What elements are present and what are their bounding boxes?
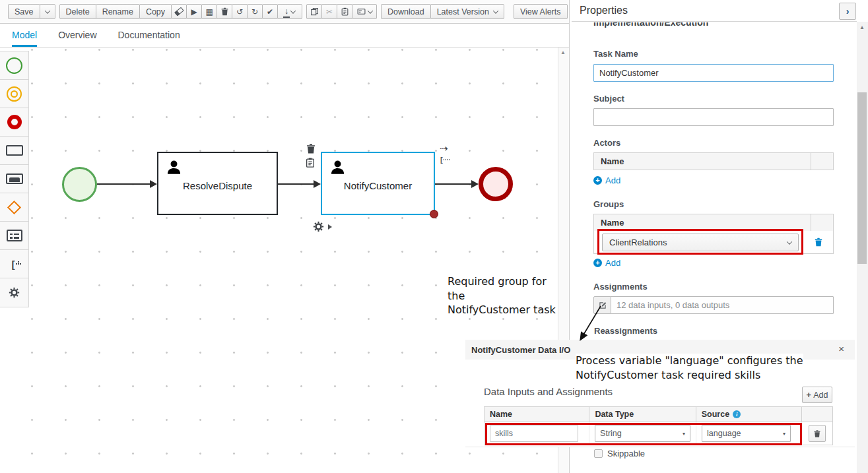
undo-icon: ↺ — [236, 7, 243, 16]
dashed-arrow-icon[interactable]: ⇢ — [440, 142, 448, 154]
scrollbar-thumb[interactable] — [857, 92, 867, 264]
paste-button[interactable] — [337, 4, 352, 19]
palette-text-annotation[interactable]: [ — [0, 250, 28, 278]
task-name-input[interactable] — [593, 64, 834, 82]
subject-label: Subject — [593, 94, 624, 104]
clipboard-button-group: ✂ — [306, 4, 377, 19]
add-group-link[interactable]: + Add — [593, 258, 620, 268]
copy-selection-button[interactable] — [306, 4, 322, 19]
group-select[interactable]: ClientRelations — [602, 234, 799, 251]
properties-title: Properties — [580, 5, 628, 16]
chevron-down-icon — [367, 8, 372, 13]
paste-icon — [341, 7, 349, 16]
selection-anchor-dot[interactable] — [430, 210, 438, 218]
redo-icon: ↻ — [251, 7, 258, 16]
download-button[interactable]: Download — [381, 4, 431, 19]
data-input-name-field[interactable] — [490, 425, 578, 442]
edit-assignments-button[interactable] — [593, 296, 611, 314]
play-small-icon[interactable] — [328, 224, 332, 230]
source-select[interactable]: language ▾ — [702, 425, 791, 442]
plus-circle-icon: + — [593, 259, 602, 267]
copy-icon — [310, 7, 319, 16]
cut-button[interactable]: ✂ — [321, 4, 337, 19]
groups-table-header: Name — [593, 214, 834, 232]
sequence-flow[interactable] — [97, 183, 150, 185]
editor-tabs: Model Overview Documentation — [0, 24, 569, 47]
delete-button[interactable]: Delete — [59, 4, 96, 19]
close-dialog-icon[interactable]: × — [838, 343, 844, 354]
data-inputs-table: Name Data Type Sourcei String ▾ language… — [484, 406, 833, 445]
palette-end-event[interactable] — [0, 108, 28, 137]
save-dropdown-button[interactable] — [40, 4, 55, 19]
info-icon[interactable]: i — [733, 410, 741, 418]
validate-button[interactable]: ✔ — [262, 4, 278, 19]
tab-model[interactable]: Model — [12, 24, 37, 47]
add-group-label: Add — [605, 258, 620, 268]
properties-scrollbar[interactable]: ▲ — [857, 22, 868, 473]
redo-button[interactable]: ↻ — [247, 4, 263, 19]
group-select-value: ClientRelations — [609, 237, 667, 247]
end-event-node[interactable] — [479, 167, 513, 201]
actors-action-column — [811, 153, 833, 170]
palette-gateway[interactable] — [0, 193, 28, 222]
skippable-label: Skippable — [607, 449, 645, 458]
palette-subprocess[interactable] — [0, 165, 28, 193]
palette-start-event[interactable] — [0, 51, 28, 80]
tab-overview[interactable]: Overview — [58, 24, 96, 47]
data-inputs-section-title: Data Inputs and Assignments — [484, 386, 613, 397]
data-type-value: String — [600, 429, 622, 438]
plus-icon: + — [806, 391, 811, 400]
start-event-node[interactable] — [62, 167, 97, 202]
properties-header: Properties — [572, 0, 857, 22]
assignments-summary-input[interactable] — [611, 296, 834, 314]
clear-button[interactable] — [171, 4, 187, 19]
add-data-input-label: Add — [813, 391, 828, 400]
chevron-down-icon — [44, 8, 50, 13]
tab-documentation[interactable]: Documentation — [118, 24, 180, 47]
gears-icon[interactable] — [313, 221, 324, 232]
data-inputs-table-header: Name Data Type Sourcei — [484, 406, 833, 422]
rename-button[interactable]: Rename — [96, 4, 140, 19]
skippable-checkbox[interactable] — [594, 449, 603, 458]
delete-node-icon[interactable] — [306, 143, 316, 154]
assignments-label: Assignments — [593, 282, 648, 292]
text-annotation-icon: [ — [12, 259, 17, 270]
palette-task[interactable] — [0, 137, 28, 165]
task-name-label: Task Name — [593, 49, 638, 59]
actors-label: Actors — [593, 138, 620, 148]
data-type-select[interactable]: String ▾ — [595, 425, 690, 442]
form-icon[interactable] — [305, 157, 316, 168]
collapse-panel-button[interactable]: › — [839, 3, 856, 20]
chevron-down-icon — [290, 8, 296, 13]
play-icon: ▶ — [191, 7, 197, 16]
form-generation-button[interactable] — [352, 4, 377, 19]
sequence-flow[interactable] — [435, 183, 471, 185]
scroll-up-icon[interactable]: ▲ — [859, 24, 865, 30]
task-node-notifycustomer[interactable]: NotifyCustomer — [321, 152, 435, 215]
sequence-flow[interactable] — [278, 183, 314, 185]
delete-data-input-button[interactable] — [809, 425, 826, 442]
undo-button[interactable]: ↺ — [232, 4, 248, 19]
subject-input[interactable] — [593, 108, 834, 126]
palette-service-tasks[interactable] — [0, 278, 28, 307]
copy-button[interactable]: Copy — [139, 4, 172, 19]
task-node-resolvedispute[interactable]: ResolveDispute — [157, 152, 278, 215]
export-button[interactable]: ↓ — [277, 4, 302, 19]
shape-palette: [ — [0, 51, 29, 307]
scroll-up-icon[interactable]: ▲ — [560, 49, 566, 55]
task-label: NotifyCustomer — [344, 180, 412, 191]
save-button[interactable]: Save — [8, 4, 40, 19]
mini-annotation-icon[interactable]: [ — [440, 156, 444, 164]
delete-group-icon[interactable] — [814, 237, 823, 247]
toolbar: Save Delete Rename Copy ▶ ▦ ↺ ↻ ✔ ↓ ✂ — [0, 0, 569, 24]
palette-container[interactable] — [0, 222, 28, 250]
delete-selection-button[interactable] — [217, 4, 232, 19]
palette-intermediate-event[interactable] — [0, 80, 28, 108]
add-actor-link[interactable]: + Add — [593, 175, 620, 185]
latest-version-button[interactable]: Latest Version — [430, 4, 504, 19]
add-data-input-button[interactable]: + Add — [802, 387, 832, 403]
grid-button[interactable]: ▦ — [201, 4, 217, 19]
validate-run-button[interactable]: ▶ — [186, 4, 202, 19]
gears-icon — [9, 287, 20, 298]
view-alerts-button[interactable]: View Alerts — [514, 4, 568, 19]
